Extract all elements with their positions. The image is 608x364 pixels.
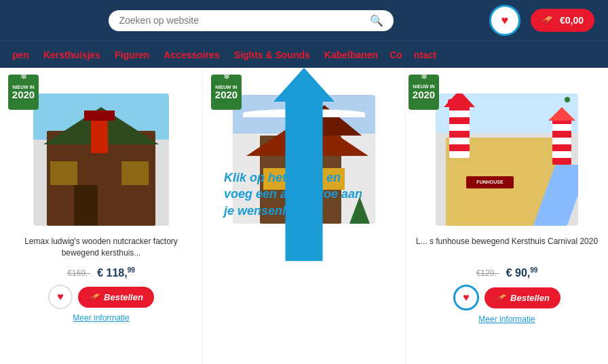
heart-icon-1: ♥: [57, 291, 64, 303]
bestellen-btn-3[interactable]: 🛷 Bestellen: [484, 287, 560, 308]
sled-icon-3: 🛷: [495, 293, 506, 303]
wishlist-header-button[interactable]: ♥: [489, 5, 520, 36]
badge-year-1: 2020: [12, 89, 35, 100]
cart-button[interactable]: 🛷 €0,00: [531, 9, 594, 32]
heart-icon: ♥: [501, 14, 509, 28]
sidebar-item-contact[interactable]: Co: [387, 46, 405, 64]
product-title-3: L... s funhouse bewegend Kersthuis Carni…: [416, 236, 598, 260]
badge-year-2: 2020: [215, 89, 238, 100]
meer-info-1[interactable]: Meer informatie: [73, 313, 129, 323]
snowflake-icon-3: ❄: [421, 72, 428, 81]
bestellen-label-3: Bestellen: [510, 293, 550, 303]
search-bar[interactable]: 🔍: [109, 10, 394, 31]
price-row-3: €129,- € 90,99: [476, 266, 538, 279]
heart-icon-3: ♥: [463, 291, 470, 304]
sled-icon-1: 🛷: [89, 292, 100, 302]
badge-nieuw-2: ❄ NIEUW IN 2020: [211, 75, 242, 110]
product-card-3: ❄ NIEUW IN 2020: [406, 68, 608, 364]
product-title-1: Lemax ludwig's wooden nutcracker factory…: [7, 236, 195, 260]
search-icon: 🔍: [370, 14, 383, 27]
price-original-3: €129,-: [476, 268, 499, 278]
price-current-1: € 118,99: [97, 266, 135, 279]
price-row-1: €169,- € 118,99: [67, 266, 135, 279]
sidebar-item-sights[interactable]: Sights & Sounds: [229, 46, 316, 64]
price-original-1: €169,-: [67, 268, 90, 278]
price-current-3: € 90,99: [506, 266, 538, 279]
header: 🔍 ♥ 🛷 €0,00: [0, 0, 608, 41]
bestellen-btn-1[interactable]: 🛷 Bestellen: [78, 287, 154, 308]
header-right: ♥ 🛷 €0,00: [489, 5, 594, 36]
cart-sled-icon: 🛷: [542, 14, 554, 26]
wishlist-btn-3[interactable]: ♥: [453, 285, 479, 310]
sidebar-item-kabelbanen[interactable]: Kabelbanen: [319, 46, 383, 64]
badge-nieuw-3: ❄ NIEUW IN 2020: [408, 75, 439, 110]
product-image-3: FUNHOUSE: [413, 88, 601, 230]
search-input[interactable]: [119, 15, 364, 26]
badge-nieuw-label-3: NIEUW IN: [413, 84, 434, 89]
action-row-1: ♥ 🛷 Bestellen: [48, 285, 154, 309]
sidebar-item-pen[interactable]: pen: [7, 46, 35, 64]
snowflake-icon-2: ❄: [223, 72, 230, 81]
sidebar-item-figuren[interactable]: Figuren: [109, 46, 155, 64]
snowflake-icon: ❄: [20, 72, 27, 81]
wishlist-btn-1[interactable]: ♥: [48, 285, 73, 309]
sidebar-item-kersthuisjes[interactable]: Kersthuisjes: [38, 46, 106, 64]
badge-year-3: 2020: [413, 89, 435, 100]
meer-info-3[interactable]: Meer informatie: [478, 315, 535, 324]
cart-price: €0,00: [560, 15, 584, 26]
navigation: pen Kersthuisjes Figuren Accessoires Sig…: [0, 41, 608, 68]
bestellen-label-1: Bestellen: [104, 292, 143, 302]
product-card-2: ❄ NIEUW IN 2020: [203, 68, 406, 364]
badge-nieuw-1: ❄ NIEUW IN 2020: [8, 75, 39, 110]
sidebar-item-accessoires[interactable]: Accessoires: [158, 46, 225, 64]
product-card-1: ❄ NIEUW IN 2020 Lemax ludwig's wooden nu…: [0, 68, 203, 364]
sidebar-item-contact-rest[interactable]: ntact: [408, 46, 442, 64]
action-row-3: ♥ 🛷 Bestellen: [453, 285, 560, 310]
product-grid: ❄ NIEUW IN 2020 Lemax ludwig's wooden nu…: [0, 68, 608, 364]
